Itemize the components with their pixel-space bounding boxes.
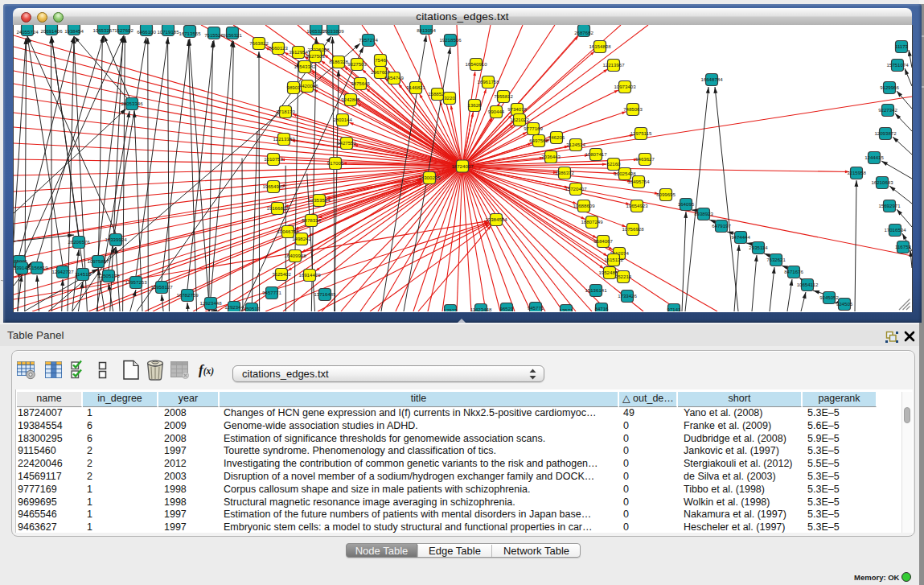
svg-text:114519: 114519	[75, 271, 91, 277]
svg-text:2935114: 2935114	[749, 245, 768, 250]
svg-text:19384554: 19384554	[485, 216, 507, 222]
svg-text:8471676: 8471676	[784, 269, 803, 274]
svg-text:17957253: 17957253	[125, 279, 147, 285]
svg-text:164095: 164095	[678, 201, 695, 207]
svg-text:990444: 990444	[488, 109, 505, 114]
svg-text:1244415: 1244415	[864, 154, 884, 160]
svg-text:8938923: 8938923	[694, 211, 713, 216]
svg-text:12923: 12923	[444, 307, 458, 311]
svg-text:15751074: 15751074	[886, 62, 909, 68]
svg-text:19218506: 19218506	[439, 37, 462, 43]
svg-text:6099695: 6099695	[656, 192, 676, 197]
svg-text:13716485: 13716485	[314, 291, 336, 297]
svg-text:15136141: 15136141	[585, 287, 607, 293]
svg-text:9474444: 9474444	[731, 234, 750, 240]
svg-text:18300295: 18300295	[418, 175, 441, 180]
svg-text:17016534: 17016534	[884, 227, 906, 233]
svg-text:1292344: 1292344	[224, 304, 244, 310]
svg-text:7625402: 7625402	[272, 271, 291, 277]
svg-text:13571: 13571	[560, 307, 574, 311]
svg-text:6466100: 6466100	[137, 29, 156, 35]
svg-text:9327503: 9327503	[306, 53, 325, 59]
svg-text:10975857: 10975857	[87, 258, 109, 264]
svg-text:96521: 96521	[500, 306, 515, 311]
svg-text:10807417: 10807417	[585, 151, 607, 157]
svg-text:9684067: 9684067	[593, 238, 613, 244]
svg-text:12923448: 12923448	[199, 300, 222, 306]
svg-text:84716: 84716	[595, 306, 610, 311]
svg-text:7663822: 7663822	[249, 40, 269, 46]
svg-text:20691406: 20691406	[40, 28, 63, 34]
svg-text:16540910: 16540910	[465, 61, 487, 67]
svg-text:7632621: 7632621	[766, 257, 786, 262]
svg-text:7485063: 7485063	[623, 106, 643, 112]
svg-text:6479197: 6479197	[712, 223, 731, 229]
svg-text:3875645: 3875645	[351, 80, 370, 86]
svg-text:12213383: 12213383	[273, 136, 295, 142]
svg-text:19654923: 19654923	[626, 203, 648, 208]
svg-text:7357274: 7357274	[359, 37, 378, 43]
svg-text:9463627: 9463627	[635, 156, 655, 162]
svg-text:10025438: 10025438	[614, 171, 636, 176]
svg-text:17339924: 17339924	[105, 237, 127, 242]
svg-text:10756928: 10756928	[622, 226, 644, 232]
svg-text:1621022: 1621022	[510, 117, 529, 122]
svg-text:1010753: 1010753	[264, 156, 283, 162]
svg-text:16914479: 16914479	[298, 272, 321, 278]
svg-text:13626: 13626	[468, 102, 483, 108]
svg-text:3124514: 3124514	[566, 142, 585, 147]
svg-text:24055724: 24055724	[16, 29, 39, 35]
svg-text:12353594: 12353594	[308, 197, 331, 203]
svg-text:12975115: 12975115	[630, 130, 652, 136]
svg-text:2803144: 2803144	[333, 117, 352, 122]
svg-text:15720407: 15720407	[565, 186, 587, 192]
svg-text:1527602: 1527602	[114, 27, 133, 33]
svg-text:9146821: 9146821	[406, 84, 425, 90]
svg-text:9129966: 9129966	[880, 84, 899, 90]
svg-text:9777169: 9777169	[524, 126, 543, 131]
svg-text:10958127: 10958127	[150, 284, 173, 290]
svg-text:16543382: 16543382	[294, 64, 316, 69]
svg-text:16782759: 16782759	[176, 292, 199, 298]
svg-text:28053346: 28053346	[121, 101, 143, 106]
svg-text:19654987: 19654987	[262, 183, 285, 189]
svg-text:9245052: 9245052	[819, 295, 839, 300]
svg-text:5878334: 5878334	[302, 217, 321, 223]
svg-text:12093872: 12093872	[874, 130, 897, 136]
svg-text:11423448: 11423448	[470, 307, 492, 311]
svg-text:12156819: 12156819	[26, 265, 48, 270]
svg-text:116753: 116753	[895, 244, 911, 249]
svg-text:9327503: 9327503	[347, 61, 367, 67]
svg-text:9734078: 9734078	[507, 106, 527, 112]
svg-text:16033809: 16033809	[322, 28, 344, 34]
svg-text:2687682: 2687682	[574, 30, 593, 35]
svg-text:12213967: 12213967	[602, 62, 625, 68]
svg-text:8454749: 8454749	[384, 75, 404, 80]
svg-text:10688609: 10688609	[573, 203, 595, 208]
svg-text:1733426: 1733426	[618, 293, 637, 299]
svg-text:7546: 7546	[375, 57, 386, 63]
svg-text:3220: 3220	[444, 95, 455, 101]
svg-text:26206576: 26206576	[68, 239, 90, 245]
svg-text:746206: 746206	[548, 134, 565, 140]
svg-text:18724007: 18724007	[451, 163, 474, 169]
svg-text:1498242: 1498242	[292, 236, 311, 241]
svg-text:19166827: 19166827	[266, 205, 289, 211]
svg-text:1938454: 1938454	[64, 28, 84, 34]
svg-text:1615132: 1615132	[604, 257, 623, 262]
svg-text:924505: 924505	[836, 301, 853, 307]
svg-text:2036443: 2036443	[541, 154, 561, 159]
svg-text:8186328: 8186328	[329, 59, 348, 64]
svg-text:8813054: 8813054	[417, 27, 436, 33]
svg-text:11173: 11173	[895, 43, 909, 49]
svg-text:6497568: 6497568	[529, 138, 548, 143]
svg-text:9242845: 9242845	[341, 97, 360, 102]
svg-text:16154838: 16154838	[589, 43, 611, 49]
svg-text:16648784: 16648784	[700, 76, 723, 82]
svg-text:12505175: 12505175	[97, 273, 120, 278]
svg-text:917006: 917006	[327, 160, 344, 166]
svg-text:16713555: 16713555	[179, 31, 201, 36]
svg-text:9457771: 9457771	[262, 290, 281, 295]
svg-text:16961758: 16961758	[477, 79, 499, 84]
svg-text:18495764: 18495764	[627, 179, 650, 184]
